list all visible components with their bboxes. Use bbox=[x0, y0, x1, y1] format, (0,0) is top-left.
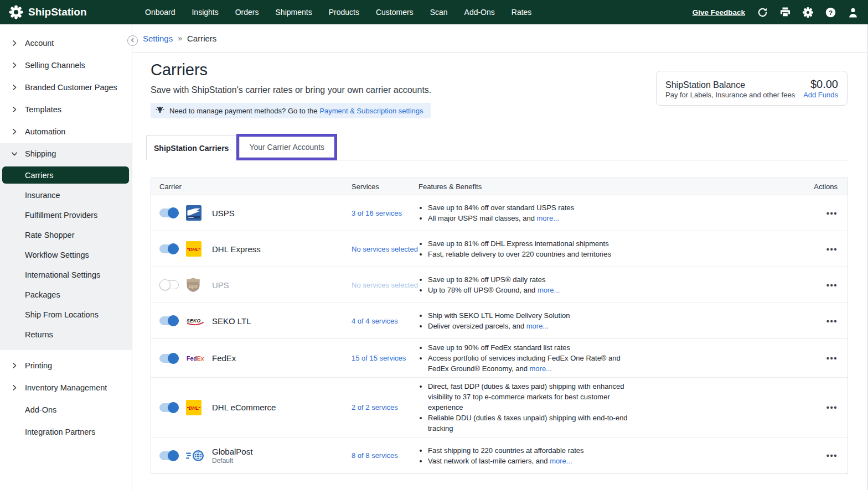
more-options-icon[interactable]: ••• bbox=[826, 451, 838, 460]
give-feedback-link[interactable]: Give Feedback bbox=[693, 8, 745, 17]
services-link[interactable]: 2 of 2 services bbox=[352, 403, 398, 411]
sidebar-item-shipping[interactable]: Shipping bbox=[0, 143, 132, 165]
features-list: Save up to 82% off UPS® daily rates Up t… bbox=[418, 271, 789, 299]
chevron-right-icon bbox=[11, 384, 18, 391]
brand-name: ShipStation bbox=[28, 6, 87, 18]
more-link[interactable]: more... bbox=[530, 364, 552, 373]
sidebar-item-integration-partners[interactable]: Integration Partners bbox=[0, 421, 132, 443]
more-options-icon[interactable]: ••• bbox=[826, 244, 838, 254]
svg-text:DHL: DHL bbox=[189, 247, 199, 252]
nav-shipments[interactable]: Shipments bbox=[276, 8, 312, 17]
services-link[interactable]: No services selected bbox=[352, 245, 418, 253]
services-link[interactable]: 4 of 4 services bbox=[352, 317, 398, 325]
usps-toggle[interactable] bbox=[159, 208, 179, 217]
breadcrumb-current: Carriers bbox=[187, 34, 216, 43]
payment-info-banner: Need to manage payment methods? Go to th… bbox=[151, 103, 431, 118]
carrier-name: UPS bbox=[212, 280, 229, 290]
sidebar-item-carriers[interactable]: Carriers bbox=[2, 166, 129, 184]
carrier-row-globalpost: GlobalPost Default 8 of 8 services Fast … bbox=[151, 437, 848, 473]
sidebar-item-returns[interactable]: Returns bbox=[0, 325, 132, 345]
sidebar-item-insurance[interactable]: Insurance bbox=[0, 185, 132, 205]
nav-rates[interactable]: Rates bbox=[512, 8, 532, 17]
nav-customers[interactable]: Customers bbox=[376, 8, 414, 17]
gear-icon[interactable] bbox=[803, 7, 813, 18]
sidebar-item-rate-shopper[interactable]: Rate Shopper bbox=[0, 225, 132, 245]
sidebar-item-ship-from-locations[interactable]: Ship From Locations bbox=[0, 305, 132, 325]
nav-orders[interactable]: Orders bbox=[235, 8, 259, 17]
more-options-icon[interactable]: ••• bbox=[826, 316, 838, 326]
breadcrumb-settings-link[interactable]: Settings bbox=[143, 34, 173, 43]
sidebar-item-account[interactable]: Account bbox=[0, 32, 132, 54]
dhl-ecommerce-toggle[interactable] bbox=[159, 403, 179, 412]
services-link[interactable]: 8 of 8 services bbox=[352, 451, 398, 460]
shipstation-logo[interactable]: ShipStation bbox=[9, 5, 137, 19]
balance-description: Pay for Labels, Insurance and other fees bbox=[665, 91, 795, 99]
shipstation-logo-icon bbox=[9, 5, 23, 19]
topbar-actions: Give Feedback bbox=[693, 7, 858, 18]
dhl-express-toggle[interactable] bbox=[159, 244, 179, 253]
more-options-icon[interactable]: ••• bbox=[826, 280, 838, 290]
more-link[interactable]: more... bbox=[550, 457, 572, 465]
tab-shipstation-carriers[interactable]: ShipStation Carriers bbox=[146, 135, 236, 160]
globalpost-toggle[interactable] bbox=[159, 451, 179, 460]
table-header: Carrier Services Features & Benefits Act… bbox=[151, 178, 848, 195]
refresh-icon[interactable] bbox=[757, 7, 768, 18]
sidebar-item-templates[interactable]: Templates bbox=[0, 98, 132, 121]
usps-logo bbox=[186, 205, 205, 221]
sidebar-item-add-ons[interactable]: Add-Ons bbox=[0, 399, 132, 421]
more-link[interactable]: more... bbox=[538, 286, 560, 294]
seko-ltl-toggle[interactable] bbox=[159, 316, 179, 325]
tab-your-carrier-accounts[interactable]: Your Carrier Accounts bbox=[239, 137, 334, 158]
dhl-logo: DHL bbox=[186, 241, 205, 257]
more-options-icon[interactable]: ••• bbox=[826, 208, 838, 218]
more-options-icon[interactable]: ••• bbox=[826, 353, 838, 363]
ups-toggle[interactable] bbox=[159, 280, 179, 289]
sidebar-item-workflow-settings[interactable]: Workflow Settings bbox=[0, 245, 132, 265]
ups-logo: ups bbox=[186, 277, 205, 293]
services-link[interactable]: No services selected bbox=[352, 281, 418, 289]
help-icon[interactable]: ? bbox=[825, 7, 836, 18]
payment-subscription-settings-link[interactable]: Payment & Subscription settings bbox=[319, 107, 423, 115]
user-icon[interactable] bbox=[848, 7, 858, 18]
carrier-name: DHL eCommerce bbox=[212, 403, 276, 412]
sidebar-item-packages[interactable]: Packages bbox=[0, 285, 132, 305]
nav-add-ons[interactable]: Add-Ons bbox=[464, 8, 495, 17]
more-link[interactable]: more... bbox=[537, 214, 559, 222]
sidebar-section-shipping: Shipping Carriers Insurance Fulfillment … bbox=[0, 143, 132, 350]
sidebar-item-international-settings[interactable]: International Settings bbox=[0, 265, 132, 285]
carrier-row-ups: ups UPS No services selected Save up to … bbox=[151, 267, 848, 303]
balance-amount: $0.00 bbox=[810, 78, 838, 91]
svg-text:ups: ups bbox=[189, 284, 198, 289]
nav-scan[interactable]: Scan bbox=[430, 8, 448, 17]
fedex-toggle[interactable] bbox=[159, 354, 179, 363]
svg-text:SEKO: SEKO bbox=[187, 318, 200, 324]
nav-onboard[interactable]: Onboard bbox=[145, 8, 175, 17]
add-funds-link[interactable]: Add Funds bbox=[803, 91, 838, 99]
primary-nav: Onboard Insights Orders Shipments Produc… bbox=[145, 8, 531, 17]
carrier-tabs: ShipStation Carriers Your Carrier Accoun… bbox=[146, 134, 848, 160]
globalpost-logo bbox=[186, 448, 205, 463]
sidebar-item-automation[interactable]: Automation bbox=[0, 121, 132, 143]
sidebar-item-printing[interactable]: Printing bbox=[0, 355, 132, 377]
sidebar-item-fulfillment-providers[interactable]: Fulfillment Providers bbox=[0, 205, 132, 225]
carrier-row-fedex: FedEx FedEx 15 of 15 services Save up to… bbox=[151, 339, 848, 378]
services-link[interactable]: 15 of 15 services bbox=[352, 354, 406, 362]
carrier-name: DHL Express bbox=[212, 244, 261, 254]
nav-insights[interactable]: Insights bbox=[192, 8, 218, 17]
settings-sidebar: Account Selling Channels Branded Custome… bbox=[0, 24, 132, 490]
sidebar-item-branded-customer-pages[interactable]: Branded Customer Pages bbox=[0, 76, 132, 98]
more-options-icon[interactable]: ••• bbox=[826, 403, 838, 412]
more-link[interactable]: more... bbox=[526, 322, 549, 330]
carrier-name: USPS bbox=[212, 208, 235, 218]
main-content: Settings » Carriers Carriers Save with S… bbox=[132, 24, 868, 490]
breadcrumb: Settings » Carriers bbox=[132, 24, 868, 53]
printer-icon[interactable] bbox=[780, 7, 790, 17]
header-features: Features & Benefits bbox=[418, 183, 789, 191]
sidebar-item-inventory-management[interactable]: Inventory Management bbox=[0, 377, 132, 399]
services-link[interactable]: 3 of 16 services bbox=[352, 209, 402, 217]
sidebar-item-selling-channels[interactable]: Selling Channels bbox=[0, 54, 132, 76]
svg-text:DHL: DHL bbox=[189, 405, 199, 410]
nav-products[interactable]: Products bbox=[329, 8, 359, 17]
chevron-right-icon bbox=[11, 62, 18, 69]
sidebar-collapse-button[interactable] bbox=[127, 35, 138, 46]
